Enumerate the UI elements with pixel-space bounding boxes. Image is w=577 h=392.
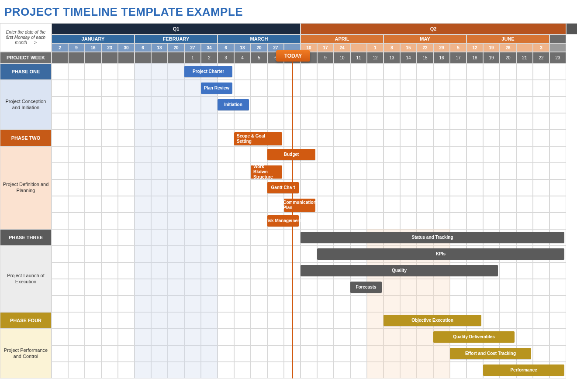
gantt-task[interactable]: Communication Plan xyxy=(284,199,315,212)
gantt-task[interactable]: Gantt Chart xyxy=(267,182,299,193)
week-number xyxy=(168,52,184,63)
gantt-task[interactable]: Plan Review xyxy=(201,83,232,94)
week-number: 5 xyxy=(251,52,267,63)
gantt-task[interactable]: Forecasts xyxy=(350,282,382,293)
day-header: 3 xyxy=(533,43,549,52)
week-number: 16 xyxy=(433,52,450,63)
week-number: 17 xyxy=(450,52,466,63)
day-header: 6 xyxy=(218,43,234,52)
week-number: 13 xyxy=(384,52,400,63)
week-number xyxy=(135,52,151,63)
phase-sub-label: Project Launch of Execution xyxy=(2,273,49,285)
phase-header: PHASE ONE xyxy=(12,69,40,74)
day-header: 17 xyxy=(317,43,334,52)
day-header xyxy=(350,43,367,52)
week-number: 19 xyxy=(483,52,500,63)
week-number xyxy=(101,52,118,63)
day-header: 22 xyxy=(417,43,433,52)
day-header: 13 xyxy=(234,43,251,52)
week-number: 14 xyxy=(400,52,417,63)
day-header: 2 xyxy=(52,43,68,52)
week-number xyxy=(52,52,68,63)
month-header xyxy=(549,34,566,43)
week-number xyxy=(85,52,101,63)
phase-header: PHASE FOUR xyxy=(10,318,41,323)
day-header: 27 xyxy=(184,43,201,52)
day-header: 20 xyxy=(251,43,267,52)
week-number: 18 xyxy=(466,52,483,63)
day-header: 8 xyxy=(384,43,400,52)
day-header: 34 xyxy=(201,43,218,52)
day-header: 24 xyxy=(334,43,350,52)
week-number xyxy=(118,52,135,63)
day-header: 1 xyxy=(367,43,384,52)
day-header xyxy=(516,43,533,52)
month-header: MAY xyxy=(384,34,466,43)
month-header: JUNE xyxy=(466,34,549,43)
phase-sub-label: Project Conception and Initiation xyxy=(2,99,49,111)
gantt-task[interactable]: Risk Management xyxy=(267,215,299,227)
gantt-task[interactable]: Initiation xyxy=(218,99,249,110)
day-header: 9 xyxy=(68,43,85,52)
day-header: 16 xyxy=(85,43,101,52)
gantt-task[interactable]: Objective Execution xyxy=(384,315,481,326)
day-header: 13 xyxy=(151,43,168,52)
gantt-task[interactable]: Scope & Goal Setting xyxy=(234,132,282,145)
gantt-task[interactable]: Performance xyxy=(483,364,564,376)
week-number: 4 xyxy=(234,52,251,63)
phase-header: PHASE TWO xyxy=(11,135,41,141)
day-header xyxy=(549,43,566,52)
day-header: 30 xyxy=(118,43,135,52)
phase-sub-label: Project Performance and Control xyxy=(2,347,49,360)
quarter-header xyxy=(566,23,577,34)
quarter-header: Q2 xyxy=(301,23,566,34)
day-header: 15 xyxy=(400,43,417,52)
phase-sub-label: Project Definition and Planning xyxy=(2,182,49,194)
gantt-task[interactable]: Quality xyxy=(301,265,498,276)
day-header: 5 xyxy=(450,43,466,52)
week-number: 1 xyxy=(184,52,201,63)
week-number: 3 xyxy=(218,52,234,63)
day-header: 20 xyxy=(168,43,184,52)
week-number xyxy=(151,52,168,63)
today-marker: TODAY xyxy=(276,50,310,62)
month-header: APRIL xyxy=(301,34,384,43)
week-number: 9 xyxy=(317,52,334,63)
month-header: FEBRUARY xyxy=(135,34,218,43)
day-header: 19 xyxy=(483,43,500,52)
gantt-task[interactable]: KPIs xyxy=(317,248,564,260)
day-header: 26 xyxy=(500,43,516,52)
month-header: MARCH xyxy=(218,34,301,43)
week-number: 23 xyxy=(549,52,566,63)
quarter-header: Q1 xyxy=(52,23,301,34)
gantt-task[interactable]: Quality Deliverables xyxy=(433,331,515,343)
day-header: 29 xyxy=(433,43,450,52)
month-header: JANUARY xyxy=(52,34,135,43)
week-number: 2 xyxy=(201,52,218,63)
gantt-task[interactable]: Effort and Cost Tracking xyxy=(450,348,531,359)
week-number xyxy=(68,52,85,63)
phase-header: PHASE THREE xyxy=(9,235,43,240)
gantt-task[interactable]: Project Charter xyxy=(184,66,232,77)
gantt-task[interactable]: Budget xyxy=(267,149,315,160)
week-number: 11 xyxy=(350,52,367,63)
gantt-task[interactable]: Status and Tracking xyxy=(301,232,564,243)
week-number: 10 xyxy=(334,52,350,63)
week-number: 12 xyxy=(367,52,384,63)
week-number: 22 xyxy=(533,52,549,63)
gantt-task[interactable]: Work Bkdwn Structure xyxy=(251,165,282,179)
gantt-chart: Enter the date of the first Monday of ea… xyxy=(0,23,566,378)
week-number: 15 xyxy=(417,52,433,63)
day-header: 6 xyxy=(135,43,151,52)
project-week-label: PROJECT WEEK xyxy=(7,55,45,60)
day-header: 12 xyxy=(466,43,483,52)
week-number: 21 xyxy=(516,52,533,63)
corner-note: Enter the date of the first Monday of ea… xyxy=(2,30,49,45)
day-header: 23 xyxy=(101,43,118,52)
week-number: 20 xyxy=(500,52,516,63)
page-title: PROJECT TIMELINE TEMPLATE EXAMPLE xyxy=(0,0,577,23)
